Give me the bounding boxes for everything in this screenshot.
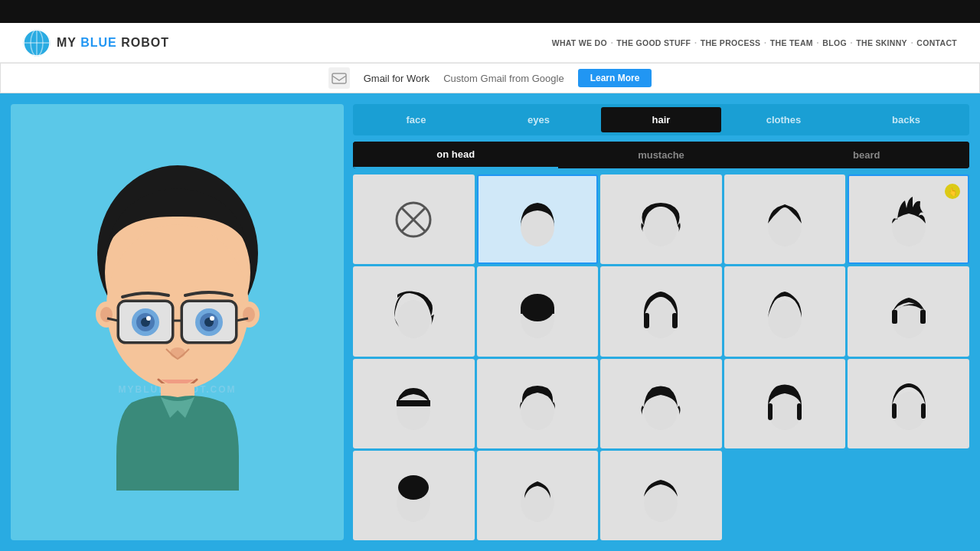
tab-clothes[interactable]: clothes bbox=[724, 107, 844, 132]
hair-cell-13[interactable] bbox=[724, 359, 846, 448]
logo: MY BLUE ROBOT bbox=[23, 29, 169, 57]
hair-cell-4[interactable]: 👆 bbox=[848, 174, 969, 264]
hair-cell-14[interactable] bbox=[848, 359, 969, 448]
svg-point-36 bbox=[892, 208, 926, 246]
svg-rect-40 bbox=[521, 308, 554, 314]
nav-item-good[interactable]: THE GOOD STUFF bbox=[616, 38, 691, 47]
hair-cell-none[interactable] bbox=[353, 174, 475, 264]
nav-item-what[interactable]: WHAT WE DO bbox=[552, 38, 607, 47]
svg-rect-5 bbox=[332, 73, 346, 83]
nav-dot-2: • bbox=[694, 40, 696, 45]
svg-point-28 bbox=[170, 347, 185, 358]
tab-face[interactable]: face bbox=[356, 107, 476, 132]
svg-point-34 bbox=[644, 208, 678, 246]
builder-section: MYBLUERO MYBLUERO MYBLUEROB MYBLUERO MYB… bbox=[0, 93, 980, 551]
header: MY BLUE ROBOT WHAT WE DO • THE GOOD STUF… bbox=[0, 23, 980, 63]
svg-rect-43 bbox=[672, 313, 678, 328]
nav-item-team[interactable]: THE TEAM bbox=[770, 38, 813, 47]
hair-cell-9[interactable] bbox=[848, 266, 969, 356]
category-tab-bar: face eyes hair clothes backs bbox=[353, 104, 969, 135]
nav-item-process[interactable]: THE PROCESS bbox=[701, 38, 761, 47]
hair-cell-2[interactable] bbox=[600, 174, 722, 264]
svg-rect-47 bbox=[920, 310, 926, 324]
svg-rect-46 bbox=[892, 310, 897, 324]
sub-tab-bar: on head mustache beard bbox=[353, 142, 969, 168]
svg-rect-56 bbox=[892, 403, 897, 419]
hair-cell-7[interactable] bbox=[600, 266, 722, 356]
avatar-preview: MYBLUERO MYBLUERO MYBLUEROB MYBLUERO MYB… bbox=[11, 104, 344, 540]
nav-dot-4: • bbox=[817, 40, 818, 45]
nav-item-skinny[interactable]: THE SKINNY bbox=[856, 38, 907, 47]
hair-cell-1[interactable] bbox=[477, 174, 599, 264]
logo-text: MY BLUE ROBOT bbox=[57, 36, 169, 50]
avatar-figure bbox=[55, 154, 300, 491]
main-nav: WHAT WE DO • THE GOOD STUFF • THE PROCES… bbox=[552, 38, 957, 47]
hair-grid: 👆 bbox=[353, 174, 969, 540]
svg-point-37 bbox=[397, 300, 430, 338]
hair-cell-15[interactable] bbox=[353, 451, 475, 540]
nav-item-contact[interactable]: CONTACT bbox=[916, 38, 957, 47]
ad-icon-box bbox=[328, 67, 350, 89]
controls-panel: face eyes hair clothes backs on head mus… bbox=[353, 104, 969, 540]
sub-tab-on-head[interactable]: on head bbox=[353, 142, 558, 168]
hair-cell-3[interactable] bbox=[724, 174, 846, 264]
logo-icon bbox=[23, 29, 51, 57]
hair-cell-6[interactable] bbox=[477, 266, 599, 356]
svg-point-44 bbox=[768, 300, 802, 338]
sub-tab-beard[interactable]: beard bbox=[764, 142, 969, 168]
hair-cell-17[interactable] bbox=[600, 451, 722, 540]
hair-cell-11[interactable] bbox=[477, 359, 599, 448]
svg-rect-42 bbox=[644, 313, 649, 328]
hair-cell-10[interactable] bbox=[353, 359, 475, 448]
logo-blue: BLUE bbox=[80, 36, 117, 49]
tab-backs[interactable]: backs bbox=[846, 107, 966, 132]
svg-rect-54 bbox=[797, 403, 802, 420]
hair-cell-12[interactable] bbox=[600, 359, 722, 448]
nav-dot-3: • bbox=[764, 40, 766, 45]
svg-point-18 bbox=[146, 316, 151, 321]
hair-cell-5[interactable] bbox=[353, 266, 475, 356]
cursor-indicator: 👆 bbox=[945, 184, 960, 199]
nav-dot-5: • bbox=[851, 40, 852, 45]
ad-bar: Gmail for Work Custom Gmail from Google … bbox=[0, 63, 980, 93]
nav-dot-1: • bbox=[611, 40, 612, 45]
svg-rect-53 bbox=[768, 403, 773, 420]
svg-point-60 bbox=[521, 484, 554, 522]
svg-point-24 bbox=[210, 316, 214, 321]
tab-hair[interactable]: hair bbox=[601, 107, 721, 132]
hair-cell-16[interactable] bbox=[477, 451, 599, 540]
svg-rect-57 bbox=[921, 403, 926, 419]
ad-learn-more-button[interactable]: Learn More bbox=[578, 69, 652, 87]
svg-rect-49 bbox=[397, 400, 430, 406]
ad-gmail-text: Gmail for Work bbox=[364, 73, 430, 84]
black-bar-top bbox=[0, 0, 980, 23]
svg-point-55 bbox=[892, 392, 926, 430]
ad-custom-text: Custom Gmail from Google bbox=[443, 73, 564, 84]
tab-eyes[interactable]: eyes bbox=[479, 107, 599, 132]
nav-item-blog[interactable]: BLOG bbox=[822, 38, 847, 47]
nav-dot-6: • bbox=[911, 40, 913, 45]
hair-cell-8[interactable] bbox=[724, 266, 846, 356]
sub-tab-mustache[interactable]: mustache bbox=[558, 142, 763, 168]
svg-point-59 bbox=[398, 475, 429, 500]
